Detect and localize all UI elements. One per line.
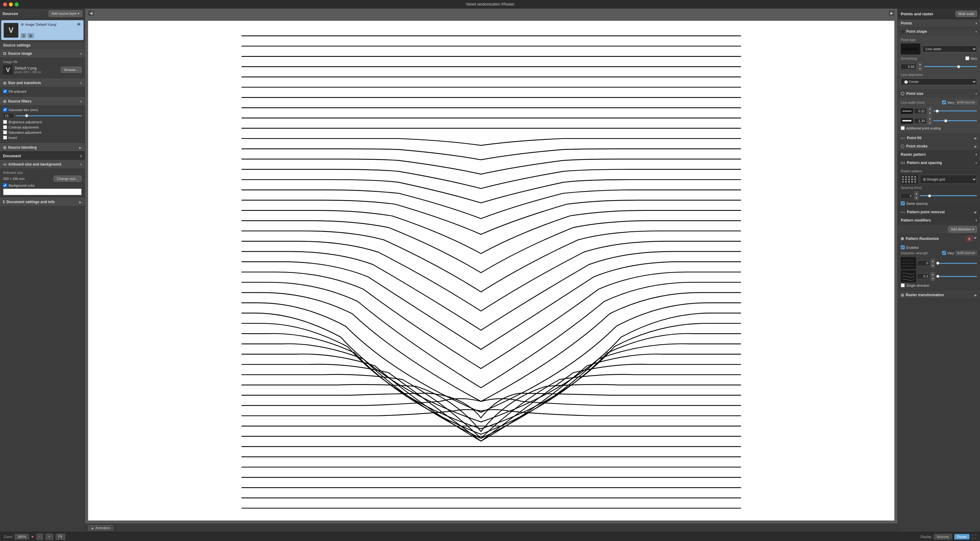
gaussian-blur-checkbox[interactable]: [3, 108, 7, 112]
lw-slider-2[interactable]: [933, 120, 977, 121]
fill-artboard-label: Fill artboard: [9, 89, 26, 93]
pattern-removal-title: Pattern point removal: [901, 210, 945, 214]
minimize-btn[interactable]: [9, 2, 13, 6]
add-source-button[interactable]: Add source layer ▾: [49, 10, 82, 17]
point-type-select[interactable]: Line raster: [922, 46, 977, 52]
d1-down-btn[interactable]: ▼: [931, 263, 935, 268]
document-chevron: ▾: [80, 155, 82, 158]
spacing-up-btn[interactable]: ▲: [914, 191, 918, 196]
smoothing-down-btn[interactable]: ▼: [918, 67, 922, 71]
point-shape-header[interactable]: Point shape ▾: [898, 27, 980, 35]
pattern-modifiers-header[interactable]: Pattern modifiers ▾: [898, 216, 980, 225]
window-controls[interactable]: [3, 2, 19, 6]
smoothing-label: Smoothing: [901, 57, 964, 60]
source-filters-header[interactable]: ◎ Source filters ▾: [0, 97, 85, 105]
same-spacing-checkbox[interactable]: [901, 201, 905, 205]
lw-slider-1[interactable]: [933, 110, 977, 112]
fill-artboard-checkbox[interactable]: [3, 89, 7, 93]
rp-title: Points and raster: [901, 12, 933, 16]
favorite-btn[interactable]: ♥: [31, 534, 33, 539]
close-btn[interactable]: [3, 2, 7, 6]
lw2-up-btn[interactable]: ▲: [928, 116, 932, 121]
zoom-plus-btn[interactable]: +: [46, 534, 53, 540]
delete-source-btn[interactable]: 🗑: [27, 33, 34, 38]
size-transform-header[interactable]: ◎ Size and transform ▾: [0, 79, 85, 87]
source-image-header[interactable]: ⊡ Source image ▾: [0, 49, 85, 57]
raster-pattern-header[interactable]: Raster pattern ▾: [898, 150, 980, 159]
smoothing-vary-checkbox[interactable]: [965, 56, 969, 60]
maximize-btn[interactable]: [15, 2, 19, 6]
add-distortion-btn[interactable]: Add distortion ▾: [948, 226, 977, 233]
zoom-minus-btn[interactable]: -: [37, 534, 43, 540]
change-size-btn[interactable]: Change size...: [54, 176, 82, 182]
lw-value-1-input[interactable]: [914, 109, 926, 114]
point-size-section: Point size ▾ Line width (mm) Vary ⊞ All …: [898, 89, 980, 134]
fit-btn[interactable]: Fit: [56, 534, 65, 540]
duplicate-source-btn[interactable]: ⧉: [21, 33, 26, 38]
nav-left-btn[interactable]: ◀: [88, 10, 94, 16]
document-settings-header[interactable]: ℹ Document settings and info ▶: [0, 198, 85, 206]
source-blending-header[interactable]: ◎ Source blending ▶: [0, 143, 85, 152]
single-direction-checkbox[interactable]: [901, 283, 905, 287]
document-settings-icon: ℹ: [3, 200, 5, 204]
brightness-checkbox[interactable]: [3, 120, 7, 124]
pattern-randomize-container: ⊞ Pattern Randomize 🗑 ▶ Enabled Distorti…: [898, 235, 980, 291]
distortion-slider-2[interactable]: [936, 276, 977, 277]
distortion-value-2-input[interactable]: [917, 274, 929, 279]
bg-color-picker[interactable]: [3, 188, 82, 195]
lw2-down-btn[interactable]: ▼: [928, 121, 932, 125]
d1-up-btn[interactable]: ▲: [931, 259, 935, 263]
pattern-removal-header[interactable]: Pattern point removal ▶: [898, 208, 980, 216]
spacing-down-btn[interactable]: ▼: [914, 196, 918, 200]
animation-expand-btn[interactable]: ▲ Animation: [88, 525, 113, 531]
enabled-checkbox[interactable]: [901, 246, 905, 249]
lw1-up-btn[interactable]: ▲: [928, 107, 932, 111]
line-alignment-label: Line alignment: [901, 73, 977, 77]
point-size-header[interactable]: Point size ▾: [898, 89, 980, 97]
nav-right-btn[interactable]: ▶: [888, 10, 895, 16]
line-width-vary-checkbox[interactable]: [942, 101, 946, 104]
fullscreen-btn[interactable]: ⛶: [972, 534, 976, 539]
distortion-value-1-input[interactable]: [917, 260, 929, 266]
gaussian-slider[interactable]: [16, 115, 82, 116]
additional-scaling-checkbox[interactable]: [901, 126, 905, 130]
document-header: Document ▾: [0, 152, 85, 160]
spacing-slider[interactable]: [920, 195, 977, 196]
spacing-input[interactable]: [901, 193, 913, 199]
browse-button[interactable]: Browse...: [61, 67, 82, 73]
brightness-row: Brightness adjustment: [3, 120, 82, 124]
gaussian-value-input[interactable]: [3, 113, 14, 118]
randomize-delete-btn[interactable]: 🗑: [966, 236, 973, 241]
raster-display-btn[interactable]: Raster: [954, 534, 970, 539]
lw-value-2-input[interactable]: [914, 118, 926, 124]
pattern-spacing-header[interactable]: Pattern and spacing ▾: [898, 159, 980, 167]
contrast-row: Contrast adjustment: [3, 125, 82, 129]
saturation-checkbox[interactable]: [3, 130, 7, 134]
bg-color-checkbox[interactable]: [3, 183, 7, 187]
bottom-bar: Zoom 395% ♥ - + Fit Display Sources Rast…: [0, 532, 980, 541]
artboard-icon: ▭: [3, 162, 6, 166]
sources-display-btn[interactable]: Sources: [934, 534, 951, 539]
invert-label: Invert: [9, 136, 17, 140]
raster-pattern-select[interactable]: ⊞ Straight grid: [920, 175, 977, 184]
d2-down-btn[interactable]: ▼: [931, 277, 935, 281]
raster-transformation-header[interactable]: ◎ Raster transformation ▶: [898, 291, 980, 299]
line-alignment-select[interactable]: ⬤ Center: [901, 78, 977, 85]
smoothing-slider[interactable]: [924, 66, 977, 67]
distortion-all-sources-btn[interactable]: ⊞ All sources: [955, 251, 977, 255]
smoothing-input[interactable]: [901, 64, 916, 69]
invert-checkbox[interactable]: [3, 136, 7, 140]
distortion-vary-checkbox[interactable]: [942, 251, 946, 255]
artboard-header[interactable]: ▭ Artboard size and background ▾: [0, 160, 85, 168]
contrast-checkbox[interactable]: [3, 125, 7, 129]
point-fill-header[interactable]: Point fill ▶: [898, 134, 980, 142]
points-section-header[interactable]: Points ▾: [898, 19, 980, 27]
visibility-icon[interactable]: 👁: [77, 22, 81, 27]
smoothing-up-btn[interactable]: ▲: [918, 62, 922, 66]
multi-scale-btn[interactable]: Multi scale: [956, 11, 977, 17]
lw1-down-btn[interactable]: ▼: [928, 111, 932, 115]
d2-up-btn[interactable]: ▲: [931, 272, 935, 276]
point-stroke-header[interactable]: Point stroke ▶: [898, 142, 980, 150]
distortion-slider-1[interactable]: [936, 263, 977, 264]
all-sources-btn[interactable]: ⊞ All sources: [955, 100, 977, 105]
